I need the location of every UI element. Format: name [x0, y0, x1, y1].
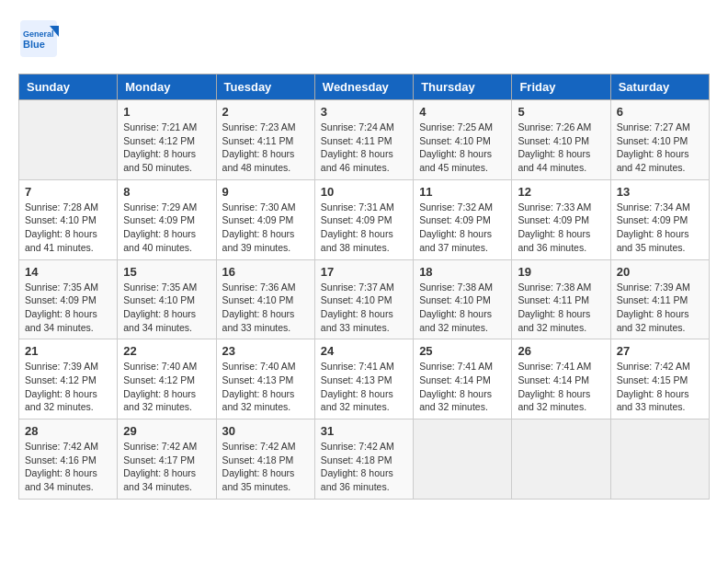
day-number: 22 — [123, 344, 210, 358]
sunrise-label: Sunrise: 7:32 AM — [419, 201, 493, 213]
calendar-cell: 25 Sunrise: 7:41 AM Sunset: 4:14 PM Dayl… — [414, 339, 512, 419]
day-info: Sunrise: 7:42 AM Sunset: 4:15 PM Dayligh… — [617, 360, 703, 414]
calendar-cell: 12 Sunrise: 7:33 AM Sunset: 4:09 PM Dayl… — [512, 179, 610, 259]
day-number: 4 — [419, 105, 506, 119]
sunrise-label: Sunrise: 7:40 AM — [123, 361, 197, 372]
weekday-header-thursday: Thursday — [414, 75, 512, 100]
sunset-label: Sunset: 4:18 PM — [321, 454, 392, 465]
daylight-label: Daylight: 8 hours and 45 minutes. — [419, 148, 492, 173]
day-number: 9 — [222, 185, 309, 199]
calendar-cell: 17 Sunrise: 7:37 AM Sunset: 4:10 PM Dayl… — [314, 259, 413, 339]
calendar-cell: 10 Sunrise: 7:31 AM Sunset: 4:09 PM Dayl… — [314, 179, 413, 259]
calendar-cell: 1 Sunrise: 7:21 AM Sunset: 4:12 PM Dayli… — [118, 100, 216, 180]
daylight-label: Daylight: 8 hours and 32 minutes. — [518, 308, 590, 333]
sunrise-label: Sunrise: 7:42 AM — [123, 441, 197, 452]
daylight-label: Daylight: 8 hours and 46 minutes. — [321, 148, 393, 173]
daylight-label: Daylight: 8 hours and 32 minutes. — [419, 308, 492, 333]
sunset-label: Sunset: 4:18 PM — [222, 454, 294, 465]
sunset-label: Sunset: 4:10 PM — [25, 214, 97, 225]
calendar-cell: 5 Sunrise: 7:26 AM Sunset: 4:10 PM Dayli… — [512, 100, 610, 180]
weekday-header-tuesday: Tuesday — [216, 75, 314, 100]
calendar-cell: 22 Sunrise: 7:40 AM Sunset: 4:12 PM Dayl… — [118, 339, 216, 419]
day-number: 7 — [25, 185, 111, 199]
sunset-label: Sunset: 4:11 PM — [321, 135, 392, 146]
sunrise-label: Sunrise: 7:33 AM — [518, 201, 591, 213]
calendar-cell: 9 Sunrise: 7:30 AM Sunset: 4:09 PM Dayli… — [216, 179, 314, 259]
calendar-cell — [512, 419, 610, 500]
weekday-header-saturday: Saturday — [610, 75, 709, 100]
day-number: 28 — [25, 424, 111, 438]
sunrise-label: Sunrise: 7:42 AM — [25, 441, 98, 452]
daylight-label: Daylight: 8 hours and 34 minutes. — [123, 308, 196, 333]
day-number: 19 — [518, 265, 604, 279]
day-info: Sunrise: 7:32 AM Sunset: 4:09 PM Dayligh… — [419, 201, 506, 255]
calendar-cell: 26 Sunrise: 7:41 AM Sunset: 4:14 PM Dayl… — [512, 339, 610, 419]
sunset-label: Sunset: 4:09 PM — [419, 214, 491, 225]
calendar-cell: 4 Sunrise: 7:25 AM Sunset: 4:10 PM Dayli… — [414, 100, 512, 180]
calendar-cell: 30 Sunrise: 7:42 AM Sunset: 4:18 PM Dayl… — [216, 419, 314, 500]
sunset-label: Sunset: 4:12 PM — [123, 374, 195, 385]
daylight-label: Daylight: 8 hours and 50 minutes. — [123, 148, 196, 173]
sunrise-label: Sunrise: 7:36 AM — [222, 282, 296, 293]
sunrise-label: Sunrise: 7:28 AM — [25, 201, 98, 213]
sunset-label: Sunset: 4:10 PM — [518, 135, 589, 146]
calendar-cell: 13 Sunrise: 7:34 AM Sunset: 4:09 PM Dayl… — [610, 179, 709, 259]
daylight-label: Daylight: 8 hours and 35 minutes. — [617, 228, 689, 253]
day-number: 29 — [123, 424, 210, 438]
day-number: 27 — [617, 344, 703, 358]
sunrise-label: Sunrise: 7:42 AM — [222, 441, 296, 452]
daylight-label: Daylight: 8 hours and 33 minutes. — [617, 388, 689, 413]
sunrise-label: Sunrise: 7:24 AM — [321, 121, 394, 132]
daylight-label: Daylight: 8 hours and 41 minutes. — [25, 228, 97, 253]
day-number: 13 — [617, 185, 703, 199]
daylight-label: Daylight: 8 hours and 40 minutes. — [123, 228, 196, 253]
calendar-table: SundayMondayTuesdayWednesdayThursdayFrid… — [18, 74, 710, 500]
day-number: 25 — [419, 344, 506, 358]
day-info: Sunrise: 7:40 AM Sunset: 4:13 PM Dayligh… — [222, 360, 309, 414]
sunset-label: Sunset: 4:10 PM — [123, 294, 195, 305]
sunset-label: Sunset: 4:10 PM — [419, 294, 491, 305]
daylight-label: Daylight: 8 hours and 32 minutes. — [321, 388, 393, 413]
weekday-header-sunday: Sunday — [19, 75, 118, 100]
daylight-label: Daylight: 8 hours and 36 minutes. — [321, 467, 393, 492]
day-number: 24 — [321, 344, 407, 358]
calendar-cell: 20 Sunrise: 7:39 AM Sunset: 4:11 PM Dayl… — [610, 259, 709, 339]
day-number: 17 — [321, 265, 407, 279]
calendar-cell — [414, 419, 512, 500]
day-number: 5 — [518, 105, 604, 119]
day-info: Sunrise: 7:27 AM Sunset: 4:10 PM Dayligh… — [617, 121, 703, 175]
calendar-cell: 2 Sunrise: 7:23 AM Sunset: 4:11 PM Dayli… — [216, 100, 314, 180]
sunset-label: Sunset: 4:13 PM — [321, 374, 392, 385]
sunrise-label: Sunrise: 7:38 AM — [419, 282, 493, 293]
sunset-label: Sunset: 4:11 PM — [617, 294, 688, 305]
sunrise-label: Sunrise: 7:39 AM — [617, 282, 690, 293]
sunset-label: Sunset: 4:14 PM — [518, 374, 589, 385]
sunrise-label: Sunrise: 7:29 AM — [123, 201, 197, 213]
daylight-label: Daylight: 8 hours and 33 minutes. — [321, 308, 393, 333]
svg-text:General: General — [23, 29, 54, 39]
day-info: Sunrise: 7:40 AM Sunset: 4:12 PM Dayligh… — [123, 360, 210, 414]
day-info: Sunrise: 7:39 AM Sunset: 4:12 PM Dayligh… — [25, 360, 111, 414]
day-number: 15 — [123, 265, 210, 279]
sunset-label: Sunset: 4:11 PM — [518, 294, 589, 305]
weekday-header-wednesday: Wednesday — [314, 75, 413, 100]
day-number: 2 — [222, 105, 309, 119]
sunset-label: Sunset: 4:09 PM — [321, 214, 392, 225]
day-info: Sunrise: 7:38 AM Sunset: 4:10 PM Dayligh… — [419, 281, 506, 335]
calendar-cell: 28 Sunrise: 7:42 AM Sunset: 4:16 PM Dayl… — [19, 419, 118, 500]
sunset-label: Sunset: 4:13 PM — [222, 374, 294, 385]
day-info: Sunrise: 7:23 AM Sunset: 4:11 PM Dayligh… — [222, 121, 309, 175]
day-info: Sunrise: 7:35 AM Sunset: 4:09 PM Dayligh… — [25, 281, 111, 335]
sunset-label: Sunset: 4:09 PM — [222, 214, 294, 225]
day-info: Sunrise: 7:42 AM Sunset: 4:17 PM Dayligh… — [123, 440, 210, 494]
sunset-label: Sunset: 4:17 PM — [123, 454, 195, 465]
sunrise-label: Sunrise: 7:39 AM — [25, 361, 98, 372]
day-info: Sunrise: 7:39 AM Sunset: 4:11 PM Dayligh… — [617, 281, 703, 335]
day-info: Sunrise: 7:38 AM Sunset: 4:11 PM Dayligh… — [518, 281, 604, 335]
sunrise-label: Sunrise: 7:42 AM — [617, 361, 690, 372]
day-info: Sunrise: 7:34 AM Sunset: 4:09 PM Dayligh… — [617, 201, 703, 255]
daylight-label: Daylight: 8 hours and 37 minutes. — [419, 228, 492, 253]
daylight-label: Daylight: 8 hours and 39 minutes. — [222, 228, 295, 253]
sunrise-label: Sunrise: 7:42 AM — [321, 441, 394, 452]
day-number: 10 — [321, 185, 407, 199]
